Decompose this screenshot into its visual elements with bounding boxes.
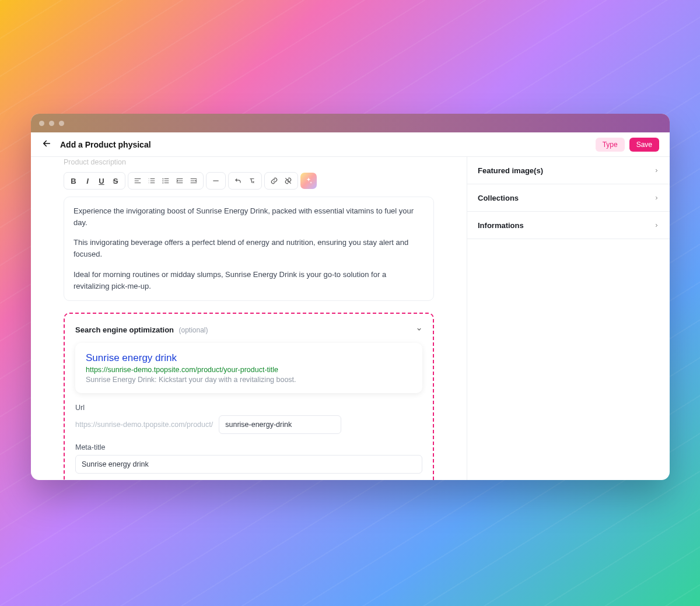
save-button[interactable]: Save [629,138,659,152]
outdent-icon[interactable] [187,174,200,187]
seo-optional-tag: (optional) [178,326,208,334]
sidebar-item-label: Featured image(s) [478,166,543,175]
seo-preview-card: Sunrise energy drink https://sunrise-dem… [75,343,422,393]
align-left-icon[interactable] [131,174,144,187]
strike-icon[interactable]: S [109,174,122,187]
description-paragraph-3: Ideal for morning routines or midday slu… [74,269,424,292]
ai-sparkle-icon[interactable] [300,173,317,189]
url-label: Url [75,404,422,412]
sidebar-item-label: Informations [478,221,524,230]
chevron-down-icon[interactable] [416,324,422,335]
chevron-right-icon [654,220,659,230]
seo-heading: Search engine optimization [75,325,174,334]
meta-title-input[interactable] [75,455,422,474]
type-button[interactable]: Type [596,138,625,152]
description-paragraph-2: This invigorating beverage offers a perf… [74,237,424,260]
url-base-readonly: https://sunrise-demo.tpopsite.com/produc… [75,421,213,429]
seo-preview-title: Sunrise energy drink [86,352,412,364]
window-close-dot[interactable] [39,121,44,126]
svg-point-0 [162,178,163,180]
sidebar-item-informations[interactable]: Informations [467,212,670,239]
page-title: Add a Product physical [60,140,151,149]
annotation-arrow-icon [454,463,467,480]
clear-format-icon[interactable] [246,174,258,187]
svg-point-1 [162,180,163,181]
indent-icon[interactable] [173,174,186,187]
main-column: Product description B I U S [31,157,467,480]
italic-icon[interactable]: I [81,174,94,187]
slug-input[interactable] [219,415,341,434]
svg-point-2 [162,183,163,184]
undo-icon[interactable] [232,174,244,187]
bold-icon[interactable]: B [67,174,80,187]
editor-toolbar: B I U S [64,172,434,190]
horizontal-rule-icon[interactable] [209,174,222,187]
seo-section: Search engine optimization (optional) Su… [64,313,434,480]
sidebar-item-collections[interactable]: Collections [467,184,670,212]
back-arrow-icon[interactable] [41,138,52,151]
page-header: Add a Product physical Type Save [31,132,670,157]
window-titlebar [31,114,670,132]
ordered-list-icon[interactable] [145,174,158,187]
bullet-list-icon[interactable] [159,174,172,187]
seo-preview-description: Sunrise Energy Drink: Kickstart your day… [86,376,412,384]
sidebar-item-featured-images[interactable]: Featured image(s) [467,157,670,184]
window-max-dot[interactable] [59,121,64,126]
seo-preview-url: https://sunrise-demo.tpopsite.com/produc… [86,366,412,374]
description-paragraph-1: Experience the invigorating boost of Sun… [74,205,424,229]
description-editor[interactable]: Experience the invigorating boost of Sun… [64,197,434,301]
app-window: Add a Product physical Type Save Product… [31,114,670,480]
meta-title-label: Meta-title [75,443,422,451]
link-icon[interactable] [268,174,281,187]
window-min-dot[interactable] [49,121,54,126]
chevron-right-icon [654,165,659,176]
sidebar-item-label: Collections [478,194,519,202]
underline-icon[interactable]: U [95,174,108,187]
right-sidebar: Featured image(s) Collections Informatio… [467,157,670,480]
description-section-label: Product description [64,158,434,166]
unlink-icon[interactable] [282,174,295,187]
chevron-right-icon [654,192,659,203]
